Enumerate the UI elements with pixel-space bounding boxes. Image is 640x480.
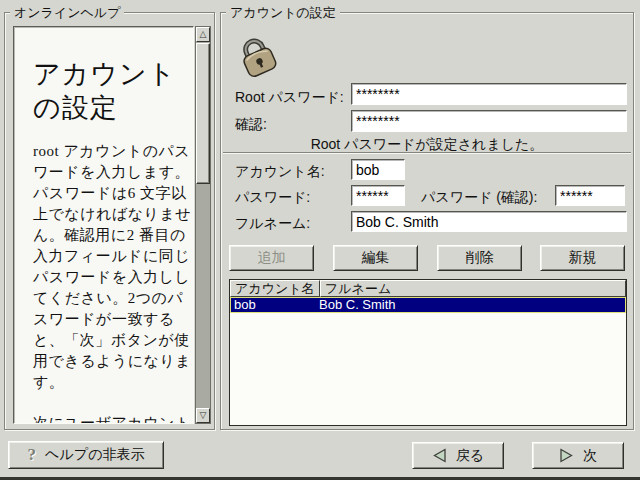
root-confirm-input[interactable] <box>351 110 627 132</box>
account-name-input[interactable] <box>351 159 405 180</box>
account-settings-panel-title: アカウントの設定 <box>226 4 340 22</box>
delete-button[interactable]: 削除 <box>437 245 522 271</box>
account-settings-panel: アカウントの設定 Root パスワード: 確認: Root パスワードが設定され… <box>220 12 634 430</box>
help-paragraph: root アカウントのパスワードを入力します。パスワードは6 文字以上でなければ… <box>33 141 194 393</box>
root-confirm-label: 確認: <box>235 116 267 134</box>
down-triangle-icon: ▽ <box>200 411 207 420</box>
column-header-fullname[interactable]: フルネーム <box>320 280 626 297</box>
user-password-label: パスワード: <box>235 189 310 207</box>
section-separator <box>223 152 631 154</box>
padlock-icon <box>233 30 281 78</box>
root-password-label: Root パスワード: <box>235 89 344 107</box>
user-password-confirm-input[interactable] <box>555 185 625 206</box>
column-header-account[interactable]: アカウント名 <box>230 280 320 297</box>
hide-help-button[interactable]: ? ヘルプの非表示 <box>8 441 164 469</box>
hide-help-label: ヘルプの非表示 <box>45 446 144 464</box>
scroll-up-button[interactable]: △ <box>196 27 210 42</box>
next-button[interactable]: 次 <box>532 442 624 469</box>
full-name-input[interactable] <box>351 211 627 232</box>
back-label: 戻る <box>456 447 484 465</box>
full-name-label: フルネーム: <box>235 215 310 233</box>
user-password-confirm-label: パスワード (確認): <box>421 189 537 207</box>
edit-button[interactable]: 編集 <box>333 245 418 271</box>
accounts-table-header: アカウント名 フルネーム <box>230 280 626 297</box>
scroll-down-button[interactable]: ▽ <box>196 408 210 423</box>
root-password-input[interactable] <box>351 83 627 105</box>
help-heading: アカウント の設定 <box>33 57 185 125</box>
next-arrow-icon <box>559 448 574 463</box>
new-button[interactable]: 新規 <box>540 245 625 271</box>
up-triangle-icon: △ <box>200 30 207 39</box>
help-scrollbar[interactable]: △ ▽ <box>195 26 211 424</box>
account-name-label: アカウント名: <box>235 163 325 181</box>
online-help-panel-title: オンラインヘルプ <box>10 4 124 22</box>
online-help-panel: オンラインヘルプ アカウント の設定 root アカウントのパスワードを入力しま… <box>4 12 215 430</box>
row-fullname-cell: Bob C. Smith <box>319 298 625 312</box>
back-button[interactable]: 戻る <box>412 442 504 469</box>
user-password-input[interactable] <box>351 185 405 206</box>
scrollbar-thumb[interactable] <box>196 43 210 184</box>
table-row[interactable]: bob Bob C. Smith <box>230 297 626 313</box>
question-mark-icon: ? <box>28 445 37 465</box>
next-label: 次 <box>583 447 597 465</box>
add-button[interactable]: 追加 <box>229 245 314 271</box>
help-paragraph: 次にユーザアカウントを作成します。 <box>33 413 194 424</box>
row-account-cell: bob <box>231 298 319 312</box>
help-text-area: アカウント の設定 root アカウントのパスワードを入力します。パスワードは6… <box>13 26 194 424</box>
accounts-table[interactable]: アカウント名 フルネーム bob Bob C. Smith <box>229 279 627 426</box>
back-arrow-icon <box>432 448 447 463</box>
installer-window: オンラインヘルプ アカウント の設定 root アカウントのパスワードを入力しま… <box>0 0 640 480</box>
